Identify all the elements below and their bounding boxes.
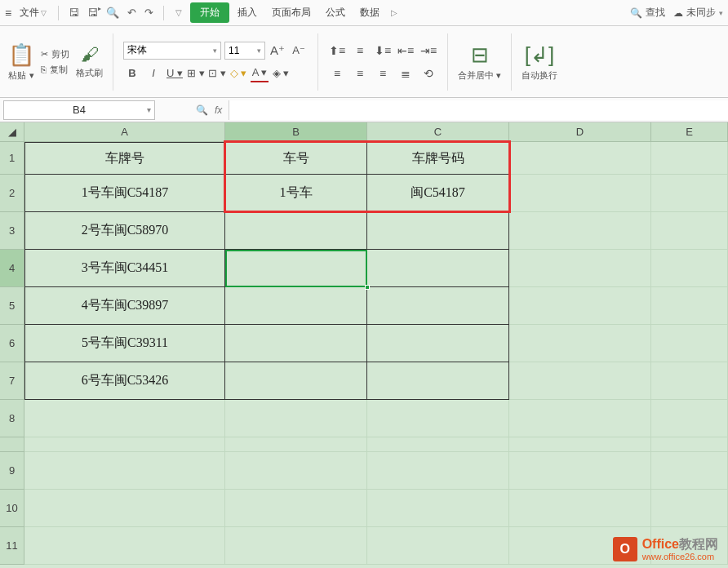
cell-B6[interactable] xyxy=(225,325,367,362)
select-all-corner[interactable]: ◢ xyxy=(0,122,24,142)
paste-button[interactable]: 📋 粘贴 ▾ xyxy=(8,42,34,82)
font-name-select[interactable]: 宋体▾ xyxy=(123,42,221,60)
cell-C4[interactable] xyxy=(367,250,509,287)
cell-E1[interactable] xyxy=(651,142,728,175)
cell-D5[interactable] xyxy=(509,287,651,325)
cell-B11[interactable] xyxy=(225,527,367,565)
cell-C7[interactable] xyxy=(367,362,509,400)
sync-button[interactable]: ☁ 未同步 ▾ xyxy=(673,6,723,20)
row-header-6[interactable]: 6 xyxy=(0,325,24,362)
cell-B5[interactable] xyxy=(225,287,367,325)
increase-font-button[interactable]: A⁺ xyxy=(269,42,286,60)
cell-E7[interactable] xyxy=(651,362,728,400)
cell-A9b[interactable] xyxy=(24,452,225,490)
distribute-button[interactable]: ≣ xyxy=(397,64,415,82)
border2-button[interactable]: ⊡ ▾ xyxy=(208,64,226,82)
border-button[interactable]: ⊞ ▾ xyxy=(187,64,205,82)
row-header-2[interactable]: 2 xyxy=(0,175,24,212)
row-header-11[interactable]: 11 xyxy=(0,527,24,565)
cell-A1[interactable]: 车牌号 xyxy=(24,142,225,175)
cell-E9b[interactable] xyxy=(651,452,728,490)
underline-button[interactable]: U ▾ xyxy=(166,64,184,82)
cell-A3[interactable]: 2号车闽C58970 xyxy=(24,212,225,250)
fill-handle[interactable] xyxy=(365,285,370,290)
cell-C9[interactable] xyxy=(367,437,509,452)
fx-icon[interactable]: fx xyxy=(215,104,222,116)
align-center-button[interactable]: ≡ xyxy=(351,64,369,82)
cell-A2[interactable]: 1号车闽C54187 xyxy=(24,175,225,212)
cut-button[interactable]: ✂ 剪切 xyxy=(41,48,69,60)
cell-E10[interactable] xyxy=(651,490,728,527)
cell-C1[interactable]: 车牌号码 xyxy=(367,142,509,175)
save-icon[interactable]: 🖫 xyxy=(69,7,79,19)
cell-D6[interactable] xyxy=(509,325,651,362)
formula-input[interactable] xyxy=(229,100,728,120)
cell-A6[interactable]: 5号车闽C39311 xyxy=(24,325,225,362)
undo-icon[interactable]: ↶ xyxy=(127,7,136,19)
col-header-B[interactable]: B xyxy=(225,122,367,142)
cell-E3[interactable] xyxy=(651,212,728,250)
search-button[interactable]: 🔍 查找 xyxy=(630,6,665,20)
more-tabs-icon[interactable]: ▷ xyxy=(388,8,401,17)
col-header-A[interactable]: A xyxy=(24,122,225,142)
row-header-4[interactable]: 4 xyxy=(0,250,24,287)
cell-D3[interactable] xyxy=(509,212,651,250)
cell-D9b[interactable] xyxy=(509,452,651,490)
indent-right-button[interactable]: ⇥≡ xyxy=(419,42,437,60)
bold-button[interactable]: B xyxy=(123,64,141,82)
merge-center-button[interactable]: ⊟ 合并居中 ▾ xyxy=(458,42,501,82)
cell-B10[interactable] xyxy=(225,490,367,527)
tab-formula[interactable]: 公式 xyxy=(319,2,352,23)
align-top-button[interactable]: ⬆≡ xyxy=(328,42,346,60)
cell-D4[interactable] xyxy=(509,250,651,287)
col-header-E[interactable]: E xyxy=(651,122,728,142)
row-header-5[interactable]: 5 xyxy=(0,287,24,325)
cell-B4[interactable] xyxy=(225,250,367,287)
row-header-1[interactable]: 1 xyxy=(0,142,24,175)
dropdown-icon[interactable]: ▽ xyxy=(169,5,189,20)
cell-A10[interactable] xyxy=(24,490,225,527)
clear-format-button[interactable]: ◈ ▾ xyxy=(272,64,290,82)
cell-E8[interactable] xyxy=(651,400,728,437)
cell-D2[interactable] xyxy=(509,175,651,212)
cell-A7[interactable]: 6号车闽C53426 xyxy=(24,362,225,400)
align-middle-button[interactable]: ≡ xyxy=(351,42,369,60)
sheet-area[interactable]: ◢ A B C D E 1 车牌号 车号 车牌号码 2 1号车闽C54187 1… xyxy=(0,122,728,568)
row-header-8[interactable]: 8 xyxy=(0,400,24,437)
cell-E9[interactable] xyxy=(651,437,728,452)
tab-data[interactable]: 数据 xyxy=(353,2,386,23)
col-header-C[interactable]: C xyxy=(367,122,509,142)
file-menu[interactable]: 文件 ▽ xyxy=(13,2,53,23)
col-header-D[interactable]: D xyxy=(509,122,651,142)
cell-C3[interactable] xyxy=(367,212,509,250)
cell-C6[interactable] xyxy=(367,325,509,362)
tab-pagelayout[interactable]: 页面布局 xyxy=(265,2,317,23)
name-box[interactable]: B4 ▾ xyxy=(3,100,155,120)
cell-D7[interactable] xyxy=(509,362,651,400)
cell-B8[interactable] xyxy=(225,400,367,437)
cell-A5[interactable]: 4号车闽C39897 xyxy=(24,287,225,325)
cell-C2[interactable]: 闽C54187 xyxy=(367,175,509,212)
tab-insert[interactable]: 插入 xyxy=(231,2,264,23)
orientation-button[interactable]: ⟲ xyxy=(419,64,437,82)
tab-home[interactable]: 开始 xyxy=(190,2,229,23)
wrap-text-button[interactable]: [↲] 自动换行 xyxy=(522,42,557,82)
cell-C9b[interactable] xyxy=(367,452,509,490)
cell-A4[interactable]: 3号车闽C34451 xyxy=(24,250,225,287)
cell-E5[interactable] xyxy=(651,287,728,325)
row-header-3[interactable]: 3 xyxy=(0,212,24,250)
cell-E6[interactable] xyxy=(651,325,728,362)
copy-button[interactable]: ⎘ 复制 xyxy=(41,64,69,76)
indent-left-button[interactable]: ⇤≡ xyxy=(397,42,415,60)
align-right-button[interactable]: ≡ xyxy=(374,64,392,82)
row-header-7[interactable]: 7 xyxy=(0,362,24,400)
decrease-font-button[interactable]: A⁻ xyxy=(290,42,308,60)
cell-C11[interactable] xyxy=(367,527,509,565)
cell-D1[interactable] xyxy=(509,142,651,175)
cell-B2[interactable]: 1号车 xyxy=(225,175,367,212)
cell-C8[interactable] xyxy=(367,400,509,437)
cell-C10[interactable] xyxy=(367,490,509,527)
font-size-select[interactable]: 11▾ xyxy=(224,42,265,60)
redo-icon[interactable]: ↷ xyxy=(144,7,153,19)
cell-B7[interactable] xyxy=(225,362,367,400)
